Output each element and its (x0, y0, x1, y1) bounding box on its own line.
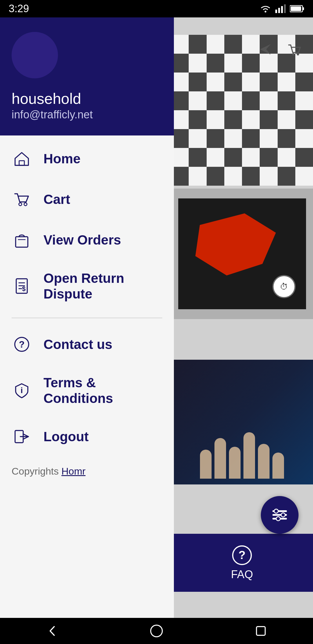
faq-icon: ? (232, 545, 252, 565)
svg-point-12 (281, 513, 285, 517)
battery-icon (290, 5, 304, 12)
filter-fab-button[interactable] (261, 496, 299, 534)
menu-divider (12, 318, 162, 318)
drawer-menu: Home Cart View Orders (0, 135, 174, 618)
status-time: 3:29 (9, 3, 29, 15)
menu-item-view-orders[interactable]: View Orders (0, 220, 174, 260)
svg-rect-29 (256, 627, 265, 635)
logout-icon (12, 426, 32, 447)
drawer-header: household info@trafficly.net (0, 17, 174, 135)
bag-icon (12, 230, 32, 250)
navigation-button[interactable] (255, 39, 275, 59)
svg-rect-1 (275, 10, 277, 13)
user-email: info@trafficly.net (12, 108, 162, 121)
help-circle-icon: ? (12, 334, 32, 354)
cart-menu-icon (12, 189, 32, 209)
svg-point-0 (265, 11, 266, 12)
cart-header-button[interactable] (284, 39, 304, 59)
svg-rect-2 (278, 8, 280, 13)
svg-point-17 (297, 53, 299, 55)
signal-icon (275, 4, 286, 13)
menu-view-orders-label: View Orders (43, 232, 121, 248)
menu-item-cart[interactable]: Cart (0, 179, 174, 220)
status-icons (260, 4, 304, 13)
home-icon (12, 149, 32, 169)
wifi-icon (260, 4, 271, 13)
menu-item-open-return-dispute[interactable]: $ Open Return Dispute (0, 260, 174, 312)
gallery-image (171, 360, 313, 484)
menu-item-logout[interactable]: Logout (0, 416, 174, 457)
faq-label: FAQ (231, 568, 253, 581)
user-name: household (12, 90, 162, 107)
menu-home-label: Home (43, 151, 81, 167)
svg-text:i: i (21, 386, 23, 395)
copyright-link[interactable]: Homr (61, 466, 85, 477)
avatar (12, 32, 58, 78)
map-image: ⏱ (171, 189, 313, 319)
bottom-nav-bar (0, 618, 313, 644)
navigation-drawer: household info@trafficly.net Home (0, 17, 174, 618)
svg-point-13 (276, 517, 280, 521)
menu-terms-label: Terms & Conditions (43, 375, 162, 406)
status-bar: 3:29 (0, 0, 313, 17)
menu-item-home[interactable]: Home (0, 138, 174, 179)
svg-point-11 (274, 509, 278, 513)
svg-rect-4 (284, 4, 286, 13)
svg-point-20 (24, 203, 27, 206)
menu-logout-label: Logout (43, 429, 89, 444)
copyright-section: Copyrights Homr (0, 457, 174, 491)
svg-rect-21 (16, 237, 28, 247)
svg-point-16 (292, 53, 294, 55)
svg-rect-7 (291, 6, 301, 11)
svg-text:?: ? (239, 549, 245, 561)
header-action-icons (171, 35, 313, 64)
svg-point-28 (151, 625, 162, 637)
back-button[interactable] (41, 622, 64, 640)
menu-item-contact-us[interactable]: ? Contact us (0, 324, 174, 365)
svg-rect-6 (303, 7, 304, 10)
copyright-text: Copyrights (12, 466, 61, 477)
svg-rect-18 (19, 161, 24, 165)
svg-text:$: $ (22, 285, 26, 292)
svg-text:?: ? (19, 339, 25, 350)
info-shield-icon: i (12, 380, 32, 401)
menu-item-terms-conditions[interactable]: i Terms & Conditions (0, 365, 174, 416)
faq-section[interactable]: ? FAQ (171, 534, 313, 592)
menu-contact-us-label: Contact us (43, 337, 112, 352)
receipt-icon: $ (12, 276, 32, 296)
menu-return-dispute-label: Open Return Dispute (43, 270, 162, 302)
home-button[interactable] (145, 622, 168, 640)
svg-point-19 (19, 203, 22, 206)
recents-button[interactable] (249, 622, 272, 640)
menu-cart-label: Cart (43, 191, 70, 207)
svg-rect-3 (281, 6, 283, 13)
